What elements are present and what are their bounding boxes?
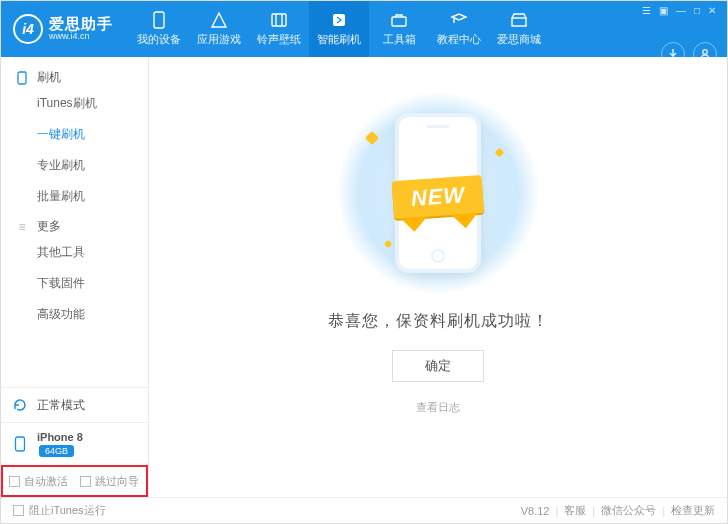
sidebar-item-advanced[interactable]: 高级功能 [1,299,148,330]
tab-flash[interactable]: 智能刷机 [309,1,369,57]
more-icon: ≡ [15,220,29,234]
tab-apps-games[interactable]: 应用游戏 [189,1,249,57]
sidebar-item-oneclick-flash[interactable]: 一键刷机 [1,119,148,150]
view-log-link[interactable]: 查看日志 [416,400,460,415]
sidebar-group-more: ≡ 更多 [1,212,148,237]
storage-badge: 64GB [39,445,74,457]
device-info[interactable]: iPhone 8 64GB [1,422,148,465]
svg-rect-4 [512,18,526,26]
svg-rect-3 [392,17,406,26]
svg-rect-2 [333,14,345,26]
sidebar-group-flash: 刷机 [1,63,148,88]
tab-ringtones[interactable]: 铃声壁纸 [249,1,309,57]
sidebar-item-pro-flash[interactable]: 专业刷机 [1,150,148,181]
success-illustration: NEW [333,93,543,293]
minimize-icon[interactable]: — [675,5,687,16]
checkbox-auto-activate[interactable]: 自动激活 [9,474,68,489]
ok-button[interactable]: 确定 [392,350,484,382]
menu-icon[interactable]: ☰ [641,5,652,16]
main-content: NEW 恭喜您，保资料刷机成功啦！ 确定 查看日志 [149,57,727,497]
header: i4 爱思助手 www.i4.cn 我的设备 应用游戏 铃声壁纸 智能刷机 工具… [1,1,727,57]
sidebar-item-itunes-flash[interactable]: iTunes刷机 [1,88,148,119]
new-ribbon: NEW [392,175,485,219]
tab-toolbox[interactable]: 工具箱 [369,1,429,57]
sidebar-item-download-firmware[interactable]: 下载固件 [1,268,148,299]
app-title: 爱思助手 [49,16,113,33]
success-message: 恭喜您，保资料刷机成功啦！ [328,311,549,332]
logo-icon: i4 [13,14,43,44]
app-logo: i4 爱思助手 www.i4.cn [13,14,113,44]
sidebar-item-other-tools[interactable]: 其他工具 [1,237,148,268]
app-url: www.i4.cn [49,32,113,42]
main-tabs: 我的设备 应用游戏 铃声壁纸 智能刷机 工具箱 教程中心 爱思商城 [129,1,549,57]
svg-rect-6 [18,72,26,84]
refresh-icon [11,396,29,414]
device-mode[interactable]: 正常模式 [1,388,148,422]
checkbox-block-itunes[interactable]: 阻止iTunes运行 [13,503,106,518]
maximize-icon[interactable]: □ [693,5,701,16]
options-row: 自动激活 跳过向导 [1,465,148,497]
window-controls: ☰ ▣ — □ ✕ [641,5,717,16]
checkbox-skip-guide[interactable]: 跳过向导 [80,474,139,489]
device-icon [11,435,29,453]
tab-store[interactable]: 爱思商城 [489,1,549,57]
check-update-link[interactable]: 检查更新 [671,503,715,518]
close-icon[interactable]: ✕ [707,5,717,16]
svg-rect-1 [272,14,286,26]
phone-icon [15,71,29,85]
svg-point-5 [703,50,707,54]
wechat-link[interactable]: 微信公众号 [601,503,656,518]
sidebar-item-batch-flash[interactable]: 批量刷机 [1,181,148,212]
tab-my-device[interactable]: 我的设备 [129,1,189,57]
tab-tutorials[interactable]: 教程中心 [429,1,489,57]
svg-rect-0 [154,12,164,28]
sidebar: 刷机 iTunes刷机 一键刷机 专业刷机 批量刷机 ≡ 更多 其他工具 下载固… [1,57,149,497]
version-label: V8.12 [521,505,550,517]
skin-icon[interactable]: ▣ [658,5,669,16]
status-bar: 阻止iTunes运行 V8.12 | 客服 | 微信公众号 | 检查更新 [1,497,727,523]
support-link[interactable]: 客服 [564,503,586,518]
svg-rect-7 [16,437,25,451]
